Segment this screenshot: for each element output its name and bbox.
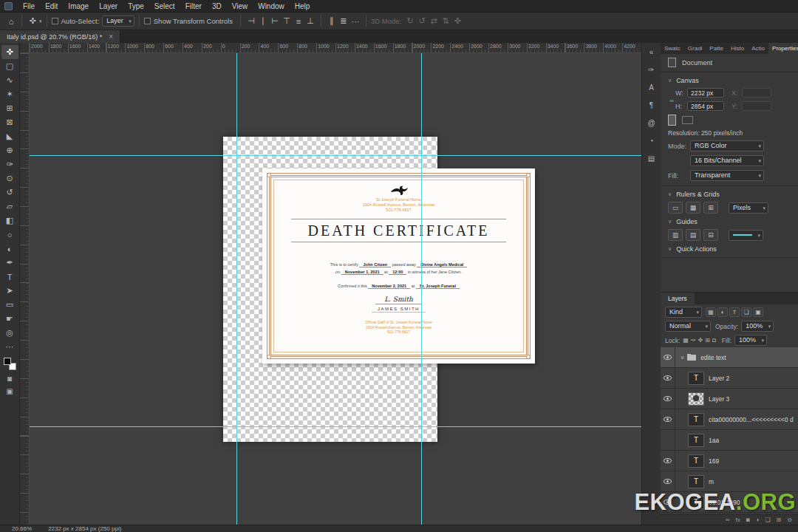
layer-name[interactable]: m (709, 478, 714, 485)
new-layer-icon[interactable]: ⊞ (777, 516, 782, 523)
menu-edit[interactable]: Edit (40, 2, 63, 10)
history-brush-tool[interactable]: ↺ (1, 185, 18, 200)
home-icon[interactable]: ⌂ (6, 16, 16, 27)
menu-filter[interactable]: Filter (180, 2, 207, 10)
layer-thumbnail[interactable]: T (688, 372, 704, 385)
color-swatches[interactable] (4, 358, 16, 370)
marquee-tool[interactable]: ▢ (1, 59, 18, 73)
vertical-ruler[interactable] (20, 53, 30, 525)
align-middle-v-icon[interactable]: ≡ (293, 16, 304, 27)
link-dimensions-icon[interactable] (669, 98, 674, 104)
menu-image[interactable]: Image (63, 2, 94, 10)
align-top-icon[interactable]: ⊤ (282, 16, 292, 27)
healing-brush-tool[interactable]: ⊕ (1, 143, 18, 157)
layer-visibility-toggle[interactable] (661, 409, 675, 429)
menu-select[interactable]: Select (149, 2, 180, 10)
crop-tool[interactable]: ⊞ (1, 101, 18, 115)
guides-section-header[interactable]: Guides (668, 218, 791, 225)
paragraph-panel-icon[interactable]: ¶ (645, 100, 658, 111)
guide-vertical-1[interactable] (236, 53, 237, 525)
document-tab[interactable]: Italy id.psd @ 20.7% (RGB/16) * × (0, 30, 120, 43)
layer-name[interactable]: edite text (700, 354, 726, 361)
clear-guides-icon[interactable]: ⊟ (703, 229, 718, 241)
layer-thumbnail[interactable]: T (688, 413, 704, 426)
brush-tool[interactable]: ✑ (1, 157, 18, 171)
panel-tab-swatc[interactable]: Swatc (661, 43, 684, 54)
landscape-orientation-button[interactable] (682, 116, 693, 124)
layer-visibility-toggle[interactable] (661, 368, 675, 388)
layer-row-4[interactable]: T1aa (661, 430, 798, 451)
canvas-area[interactable]: 2000180016001400120010008006004002000200… (20, 43, 641, 525)
layer-visibility-toggle[interactable] (661, 389, 675, 409)
align-right-icon[interactable]: ⊢ (270, 16, 280, 27)
screen-mode-icon[interactable]: ▣ (1, 385, 18, 398)
add-layer-mask-icon[interactable]: ◙ (746, 516, 750, 523)
guide-horizontal-2[interactable] (30, 426, 641, 427)
layer-thumbnail[interactable]: T (688, 475, 704, 488)
layer-name[interactable]: 169 (709, 457, 719, 465)
layer-name[interactable]: cita00000000...<<<<<<<<<0 d (709, 416, 794, 423)
edit-toolbar-icon[interactable]: ⋯ (1, 340, 18, 354)
layer-visibility-toggle[interactable] (661, 430, 675, 450)
toggle-grid-icon[interactable]: ▦ (686, 202, 700, 214)
panel-tab-patte[interactable]: Patte (706, 43, 727, 54)
guide-style-dropdown[interactable] (729, 230, 763, 241)
layer-effects-icon[interactable]: fx (736, 516, 740, 523)
foreground-color-swatch[interactable] (4, 358, 11, 365)
shape-tool[interactable]: ▭ (1, 298, 18, 312)
layer-name[interactable]: Layer 2 (709, 375, 729, 382)
layer-row-2[interactable]: Layer 3 (661, 389, 798, 409)
layers-tab[interactable]: Layers (661, 293, 695, 304)
blur-tool[interactable]: ○ (1, 228, 18, 242)
menu-window[interactable]: Window (253, 2, 290, 10)
adjustments-panel-icon[interactable]: ◔ (645, 135, 658, 146)
show-transform-checkbox[interactable] (144, 18, 151, 24)
collapse-panels-icon[interactable]: « (645, 47, 658, 58)
lasso-tool[interactable]: ∿ (1, 73, 18, 87)
opacity-dropdown[interactable]: 100% (741, 321, 774, 332)
canvas-fill-dropdown[interactable]: Transparent (690, 170, 764, 181)
zoom-level-field[interactable]: 20.66% (12, 525, 32, 532)
lock-position-icon[interactable]: ✜ (698, 337, 703, 344)
type-tool[interactable]: T (1, 270, 18, 284)
ruler-corner[interactable] (20, 43, 30, 53)
blend-mode-dropdown[interactable]: Normal (665, 321, 711, 332)
menu-file[interactable]: File (18, 2, 40, 10)
rulers-grids-section-header[interactable]: Rulers & Grids (668, 191, 791, 198)
brush-settings-panel-icon[interactable]: ✑ (645, 64, 658, 75)
layer-thumbnail[interactable]: T (688, 454, 704, 468)
pen-tool[interactable]: ✒ (1, 256, 18, 270)
eyedropper-tool[interactable]: ◣ (1, 129, 18, 143)
hand-tool[interactable]: ☛ (1, 312, 18, 326)
new-group-icon[interactable]: ❏ (765, 516, 770, 523)
menu-view[interactable]: View (227, 2, 253, 10)
link-layers-icon[interactable]: ∞ (726, 516, 730, 523)
libraries-panel-icon[interactable]: ▤ (645, 153, 658, 164)
lock-all-icon[interactable]: ◘ (712, 337, 716, 344)
canvas-width-field[interactable]: 2232 px (687, 88, 724, 98)
death-certificate-artwork[interactable]: St Joseph Funeral Home 1904 Russell Aven… (262, 168, 535, 364)
filter-pixel-layers-icon[interactable]: ▦ (706, 307, 716, 317)
layer-row-1[interactable]: TLayer 2 (661, 368, 798, 389)
frame-tool[interactable]: ⊠ (1, 115, 18, 129)
panel-tab-histo[interactable]: Histo (727, 43, 748, 54)
path-selection-tool[interactable]: ➤ (1, 284, 18, 298)
quick-mask-icon[interactable]: ◙ (1, 372, 18, 385)
panel-tab-actio[interactable]: Actio (748, 43, 768, 54)
bit-depth-dropdown[interactable]: 16 Bits/Channel (690, 155, 764, 166)
more-options-icon[interactable]: ··· (350, 16, 361, 27)
character-panel-icon[interactable]: A (645, 82, 658, 93)
align-center-h-icon[interactable]: ∣ (258, 16, 268, 27)
menu-3d[interactable]: 3D (207, 2, 227, 10)
ruler-units-dropdown[interactable]: Pixels (729, 202, 768, 214)
filter-type-layers-icon[interactable]: T (729, 307, 740, 317)
distribute-vertical-icon[interactable]: ≣ (338, 16, 349, 27)
grid-settings-icon[interactable]: ⊞ (703, 202, 718, 214)
align-left-icon[interactable]: ⊣ (246, 16, 256, 27)
filter-adjustment-layers-icon[interactable]: ◐ (717, 307, 728, 317)
filter-kind-dropdown[interactable]: Kind (665, 307, 702, 318)
auto-select-checkbox[interactable] (52, 18, 58, 24)
toggle-guides-icon[interactable]: ▥ (668, 229, 683, 241)
layer-row-3[interactable]: Tcita00000000...<<<<<<<<<0 d (661, 409, 798, 430)
group-expand-chevron[interactable]: ∨ (681, 355, 684, 361)
